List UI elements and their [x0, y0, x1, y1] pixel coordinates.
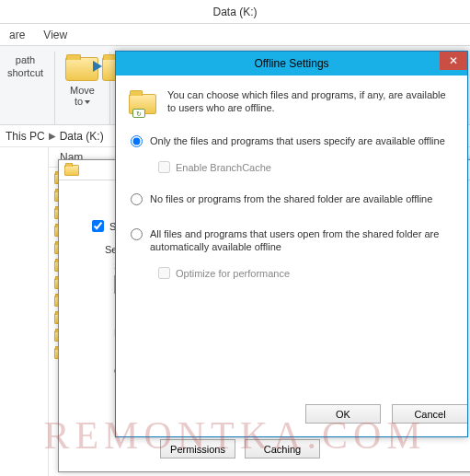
- move-to-label: Move to: [70, 85, 95, 107]
- ribbon-group-clipboard: path shortcut: [0, 52, 55, 125]
- radio-no-files[interactable]: [131, 193, 143, 205]
- radio-all-files[interactable]: [131, 228, 143, 240]
- offline-titlebar[interactable]: Offline Settings ✕: [116, 52, 467, 75]
- optimize-label: Optimize for performance: [176, 268, 290, 279]
- breadcrumb-drive[interactable]: Data (K:): [60, 130, 104, 143]
- close-icon[interactable]: ✕: [440, 52, 467, 70]
- ribbon-paste-shortcut[interactable]: shortcut: [7, 66, 43, 79]
- radio-only-specified-label: Only the files and programs that users s…: [150, 134, 445, 147]
- window-titlebar: Data (K:): [0, 0, 470, 24]
- offline-title: Offline Settings: [254, 57, 328, 70]
- radio-only-specified[interactable]: [131, 135, 143, 147]
- chevron-right-icon: ▶: [49, 131, 56, 141]
- folder-icon: [64, 165, 79, 176]
- nav-pane[interactable]: [0, 147, 49, 476]
- permissions-button[interactable]: Permissions: [160, 439, 235, 459]
- ribbon-copy-path[interactable]: path: [16, 53, 35, 66]
- radio-all-files-label: All files and programs that users open f…: [150, 227, 454, 253]
- cancel-button[interactable]: Cancel: [392, 404, 467, 424]
- tab-view[interactable]: View: [34, 25, 76, 45]
- ribbon-tabs: are View: [0, 24, 470, 46]
- move-to-icon: [65, 53, 100, 83]
- offline-intro-text: You can choose which files and programs,…: [167, 88, 454, 114]
- window-title: Data (K:): [212, 6, 257, 18]
- optimize-checkbox: [158, 267, 170, 279]
- offline-folder-icon: ↻: [129, 88, 158, 118]
- tab-share[interactable]: are: [0, 25, 34, 45]
- share-folder-checkbox[interactable]: [92, 220, 104, 232]
- branchcache-checkbox: [158, 161, 170, 173]
- ok-button[interactable]: OK: [305, 404, 381, 424]
- offline-settings-dialog: Offline Settings ✕ ↻ You can choose whic…: [115, 51, 468, 437]
- branchcache-label: Enable BranchCache: [176, 162, 271, 173]
- radio-no-files-label: No files or programs from the shared fol…: [150, 192, 432, 205]
- caching-button[interactable]: Caching: [245, 439, 320, 459]
- breadcrumb-root[interactable]: This PC: [6, 130, 45, 143]
